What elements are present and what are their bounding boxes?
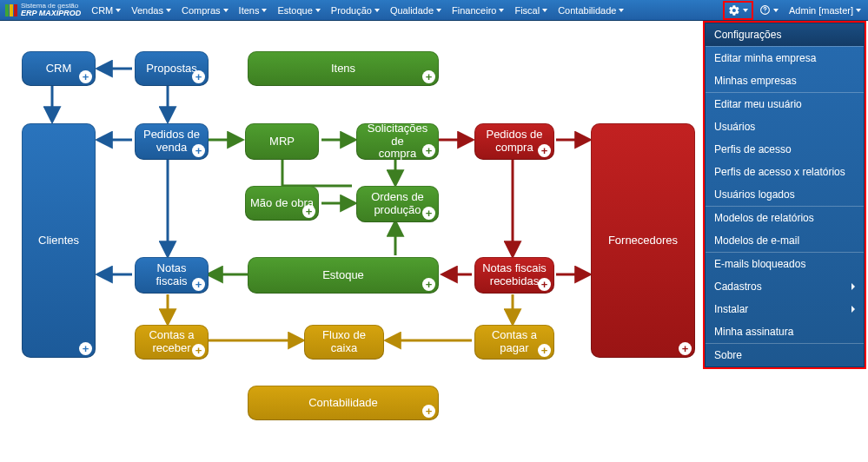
dd-item-editar-meu-usuario[interactable]: Editar meu usuário (706, 93, 864, 116)
dd-item-minhas-empresas[interactable]: Minhas empresas (706, 69, 864, 92)
chevron-down-icon (262, 9, 267, 12)
dd-item-minha-assinatura[interactable]: Minha assinatura (706, 320, 864, 343)
settings-dropdown: Configurações Editar minha empresa Minha… (703, 21, 866, 369)
nav-item-estoque[interactable]: Estoque (272, 0, 325, 21)
node-mrp[interactable]: MRP (245, 123, 319, 160)
dd-item-modelos-relatorios[interactable]: Modelos de relatórios (706, 207, 864, 229)
nav-right-group: Admin [master] (723, 0, 866, 21)
add-icon[interactable] (192, 344, 205, 357)
add-icon[interactable] (422, 70, 435, 83)
nav-item-itens[interactable]: Itens (234, 0, 273, 21)
nav-item-compras[interactable]: Compras (176, 0, 234, 21)
chevron-down-icon (542, 9, 547, 12)
brand-bottom-text: ERP MAXIPROD (21, 10, 81, 17)
main-menu: CRM Vendas Compras Itens Estoque Produçã… (86, 0, 723, 21)
node-itens[interactable]: Itens (248, 51, 439, 86)
node-mao-obra[interactable]: Mão de obra (245, 186, 319, 221)
dd-item-instalar[interactable]: Instalar (706, 298, 864, 320)
brand-logo: Sistema de gestão ERP MAXIPROD (2, 3, 86, 17)
add-icon[interactable] (79, 342, 92, 355)
nav-item-vendas[interactable]: Vendas (126, 0, 176, 21)
node-nf-recebidas[interactable]: Notas fiscaisrecebidas (474, 257, 554, 294)
add-icon[interactable] (192, 144, 205, 157)
chevron-down-icon (315, 9, 321, 12)
add-icon[interactable] (79, 70, 92, 83)
dd-item-perfis-acesso-relatorios[interactable]: Perfis de acesso x relatórios (706, 161, 864, 183)
chevron-down-icon (374, 9, 380, 12)
dd-item-usuarios-logados[interactable]: Usuários logados (706, 183, 864, 206)
add-icon[interactable] (538, 344, 551, 357)
dd-item-perfis-acesso[interactable]: Perfis de acesso (706, 138, 864, 161)
node-notas-fiscais[interactable]: Notasfiscais (135, 257, 209, 294)
chevron-down-icon (743, 9, 748, 12)
add-icon[interactable] (192, 70, 205, 83)
nav-item-fiscal[interactable]: Fiscal (509, 0, 553, 21)
add-icon[interactable] (422, 144, 435, 157)
node-contabilidade[interactable]: Contabilidade (248, 386, 439, 420)
help-icon (759, 4, 771, 16)
settings-menu-button[interactable] (723, 1, 753, 20)
help-menu-button[interactable] (753, 0, 784, 21)
chevron-down-icon (856, 9, 861, 12)
gear-icon (728, 4, 740, 16)
add-icon[interactable] (422, 405, 435, 418)
chevron-down-icon (223, 9, 229, 12)
nav-item-producao[interactable]: Produção (326, 0, 385, 21)
dd-item-sobre[interactable]: Sobre (706, 344, 864, 366)
dd-item-editar-minha-empresa[interactable]: Editar minha empresa (706, 47, 864, 69)
node-solic-compra[interactable]: Solicitações decompra (356, 123, 439, 160)
node-propostas[interactable]: Propostas (135, 51, 209, 86)
nav-item-crm[interactable]: CRM (86, 0, 126, 21)
admin-user-menu[interactable]: Admin [master] (784, 0, 866, 21)
dd-item-modelos-email[interactable]: Modelos de e-mail (706, 229, 864, 252)
dd-item-configuracoes[interactable]: Configurações (706, 23, 864, 46)
nav-item-qualidade[interactable]: Qualidade (385, 0, 447, 21)
node-pedidos-venda[interactable]: Pedidos devenda (135, 123, 209, 160)
chevron-down-icon (499, 9, 504, 12)
chevron-down-icon (619, 9, 624, 12)
dd-item-usuarios[interactable]: Usuários (706, 116, 864, 138)
add-icon[interactable] (422, 207, 435, 220)
add-icon[interactable] (538, 144, 551, 157)
add-icon[interactable] (302, 205, 315, 218)
node-crm[interactable]: CRM (22, 51, 96, 86)
dd-item-emails-bloqueados[interactable]: E-mails bloqueados (706, 253, 864, 275)
node-clientes[interactable]: Clientes (22, 123, 96, 358)
node-ordens-prod[interactable]: Ordens deprodução (356, 186, 439, 222)
add-icon[interactable] (192, 278, 205, 291)
chevron-down-icon (116, 9, 121, 12)
chevron-right-icon (851, 306, 855, 313)
node-fornecedores[interactable]: Fornecedores (591, 123, 695, 358)
chevron-down-icon (166, 9, 171, 12)
add-icon[interactable] (679, 342, 692, 355)
nav-item-financeiro[interactable]: Financeiro (447, 0, 509, 21)
node-contas-receber[interactable]: Contas areceber (135, 325, 209, 360)
top-nav: Sistema de gestão ERP MAXIPROD CRM Venda… (0, 0, 868, 21)
chevron-down-icon (436, 9, 441, 12)
node-contas-pagar[interactable]: Contas apagar (474, 325, 554, 360)
nav-item-contabilidade[interactable]: Contabilidade (553, 0, 629, 21)
svg-point-1 (765, 12, 765, 13)
chevron-down-icon (773, 9, 779, 12)
node-pedidos-compra[interactable]: Pedidos decompra (474, 123, 554, 160)
chevron-right-icon (851, 283, 855, 290)
node-fluxo-caixa[interactable]: Fluxo decaixa (304, 325, 384, 360)
add-icon[interactable] (422, 278, 435, 291)
add-icon[interactable] (538, 278, 551, 291)
dd-item-cadastros[interactable]: Cadastros (706, 275, 864, 298)
logo-bars-icon (5, 4, 17, 16)
node-estoque[interactable]: Estoque (248, 257, 439, 294)
